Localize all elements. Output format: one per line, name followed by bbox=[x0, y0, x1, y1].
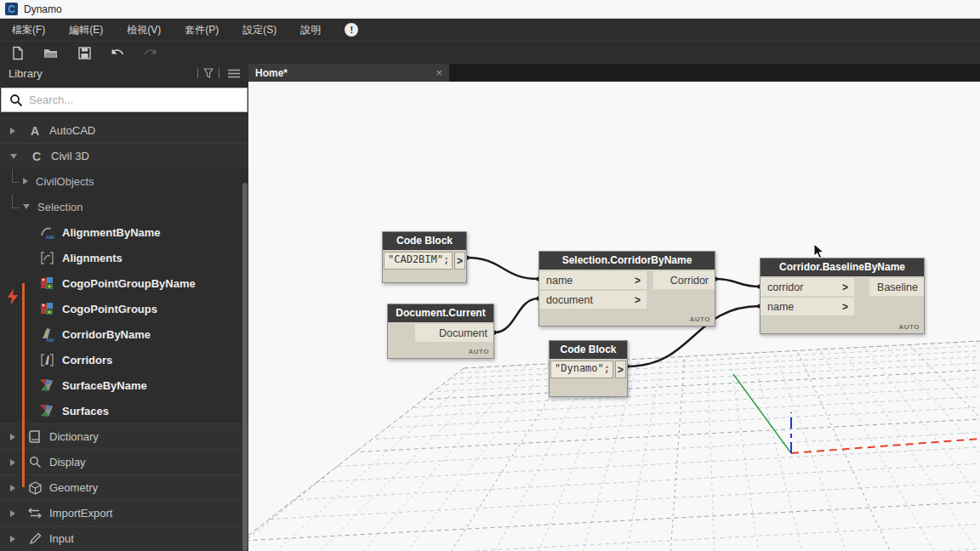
tab-home[interactable]: Home* × bbox=[248, 64, 449, 82]
search-input[interactable] bbox=[2, 88, 247, 111]
save-button[interactable] bbox=[77, 45, 92, 60]
sidebar-item-dictionary[interactable]: Dictionary bbox=[0, 423, 248, 449]
node-item-label: Surfaces bbox=[62, 405, 109, 418]
close-icon[interactable]: × bbox=[436, 66, 442, 79]
node-code-block-1[interactable]: Code Block "CAD2BIM"; > bbox=[382, 231, 467, 283]
sidebar-item-civil3d[interactable]: C Civil 3D bbox=[0, 143, 248, 168]
port-label: name bbox=[546, 275, 573, 287]
sidebar-item-civilobjects[interactable]: CivilObjects bbox=[0, 168, 248, 194]
input-port-name[interactable]: name > bbox=[539, 271, 647, 289]
subgroup-label: CivilObjects bbox=[36, 175, 94, 188]
redo-button[interactable] bbox=[143, 45, 158, 60]
sidebar-item-input[interactable]: Input bbox=[0, 525, 248, 551]
chevron-down-icon bbox=[23, 204, 30, 209]
output-port[interactable]: > bbox=[454, 252, 465, 270]
notification-alert-icon[interactable]: ! bbox=[345, 23, 358, 37]
input-port-name[interactable]: name > bbox=[761, 298, 854, 315]
library-tree: A AutoCAD C Civil 3D CivilObjects Select bbox=[0, 117, 248, 551]
sidebar-item-geometry[interactable]: Geometry bbox=[0, 474, 248, 500]
sidebar-item-importexport[interactable]: ImportExport bbox=[0, 500, 248, 525]
menu-edit[interactable]: 編輯(E) bbox=[69, 23, 103, 37]
lacing-badge[interactable]: AUTO bbox=[898, 323, 920, 331]
sidebar-item-surfaces[interactable]: Surfaces bbox=[0, 398, 248, 423]
origin-axes bbox=[733, 374, 980, 453]
group-label: AutoCAD bbox=[49, 124, 95, 137]
menu-view[interactable]: 檢視(V) bbox=[127, 23, 161, 37]
menu-packages[interactable]: 套件(P) bbox=[185, 23, 219, 37]
group-label: ImportExport bbox=[49, 507, 112, 520]
library-scrollbar[interactable] bbox=[242, 183, 248, 551]
undo-icon bbox=[110, 47, 125, 60]
input-port-document[interactable]: document > bbox=[539, 291, 647, 309]
sidebar-item-display[interactable]: Display bbox=[0, 449, 248, 474]
list-view-icon[interactable] bbox=[228, 69, 240, 78]
sidebar-item-cogopointgroupbyname[interactable]: CogoPointGroupByName bbox=[0, 270, 248, 296]
tab-label: Home* bbox=[255, 67, 436, 79]
node-title[interactable]: Selection.CorridorByName bbox=[539, 252, 715, 270]
node-title[interactable]: Corridor.BaselineByName bbox=[761, 258, 924, 276]
sidebar-item-alignmentbyname[interactable]: ABC AlignmentByName bbox=[0, 219, 248, 245]
lightning-bolt-icon bbox=[6, 287, 20, 306]
tree-connector bbox=[12, 195, 20, 208]
sidebar-item-alignments[interactable]: Alignments bbox=[0, 245, 248, 270]
sidebar-item-selection[interactable]: Selection bbox=[0, 194, 248, 219]
node-item-label: AlignmentByName bbox=[62, 226, 161, 239]
filter-funnel-icon[interactable] bbox=[203, 68, 214, 78]
save-floppy-icon bbox=[78, 47, 91, 60]
undo-button[interactable] bbox=[110, 45, 125, 60]
node-item-label: CogoPointGroupByName bbox=[62, 277, 196, 290]
port-label: document bbox=[546, 294, 593, 306]
divider bbox=[219, 68, 219, 78]
surface-byname-icon bbox=[39, 378, 54, 392]
output-port[interactable]: > bbox=[615, 361, 626, 378]
node-code-block-2[interactable]: Code Block "Dynamo"; > bbox=[549, 340, 628, 397]
output-port-baseline[interactable]: Baseline bbox=[869, 278, 924, 296]
sidebar-item-autocad[interactable]: A AutoCAD bbox=[0, 117, 248, 143]
geometry-icon bbox=[27, 481, 43, 495]
corridors-icon bbox=[39, 353, 54, 367]
autocad-icon: A bbox=[27, 124, 43, 138]
menu-file[interactable]: 檔案(F) bbox=[12, 23, 45, 37]
group-label: Civil 3D bbox=[51, 150, 89, 162]
search-icon bbox=[9, 94, 23, 107]
node-title[interactable]: Code Block bbox=[550, 341, 627, 359]
code-input[interactable]: "CAD2BIM"; bbox=[384, 252, 453, 270]
sidebar-item-cogopointgroups[interactable]: CogoPointGroups bbox=[0, 296, 248, 321]
wire-codeblock1-to-name bbox=[467, 258, 538, 279]
chevron-right-icon bbox=[10, 536, 15, 542]
group-label: Geometry bbox=[49, 481, 98, 494]
node-selection-corridorbyname[interactable]: Selection.CorridorByName name > Corridor… bbox=[538, 251, 715, 327]
node-canvas[interactable]: Code Block "CAD2BIM"; > Document.Current… bbox=[248, 82, 980, 551]
chevron-right-icon bbox=[10, 459, 15, 466]
node-item-label: Corridors bbox=[62, 354, 112, 366]
sidebar-item-surfacebyname[interactable]: SurfaceByName bbox=[0, 372, 248, 398]
input-port-corridor[interactable]: corridor > bbox=[761, 278, 854, 296]
sidebar-item-corridorbyname[interactable]: ABC CorridorByName bbox=[0, 321, 248, 347]
open-file-button[interactable] bbox=[43, 45, 59, 60]
toolbar bbox=[0, 41, 980, 64]
output-port-corridor[interactable]: Corridor bbox=[653, 271, 715, 289]
node-title[interactable]: Code Block bbox=[383, 232, 466, 250]
new-file-icon bbox=[11, 46, 25, 60]
lacing-badge[interactable]: AUTO bbox=[468, 348, 489, 355]
wire-document-to-document bbox=[494, 298, 538, 332]
port-label: name bbox=[767, 301, 794, 313]
input-icon bbox=[27, 532, 43, 545]
lacing-badge[interactable]: AUTO bbox=[689, 315, 710, 323]
node-item-label: CorridorByName bbox=[62, 328, 151, 341]
group-label: Input bbox=[49, 532, 74, 545]
title-bar: C Dynamo bbox=[0, 0, 980, 19]
importexport-icon bbox=[27, 508, 43, 519]
menu-settings[interactable]: 設定(S) bbox=[242, 23, 276, 37]
node-document-current[interactable]: Document.Current Document AUTO bbox=[387, 304, 494, 359]
node-corridor-baselinebyname[interactable]: Corridor.BaselineByName corridor > Basel… bbox=[760, 258, 925, 334]
library-search bbox=[1, 88, 248, 112]
new-file-button[interactable] bbox=[10, 45, 26, 60]
output-port-document[interactable]: Document bbox=[415, 324, 493, 342]
node-item-label: CogoPointGroups bbox=[62, 303, 157, 315]
open-folder-icon bbox=[43, 47, 59, 60]
node-title[interactable]: Document.Current bbox=[388, 304, 493, 322]
sidebar-item-corridors[interactable]: Corridors bbox=[0, 347, 248, 372]
code-input[interactable]: "Dynamo"; bbox=[550, 361, 613, 378]
menu-help[interactable]: 說明 bbox=[300, 23, 321, 37]
